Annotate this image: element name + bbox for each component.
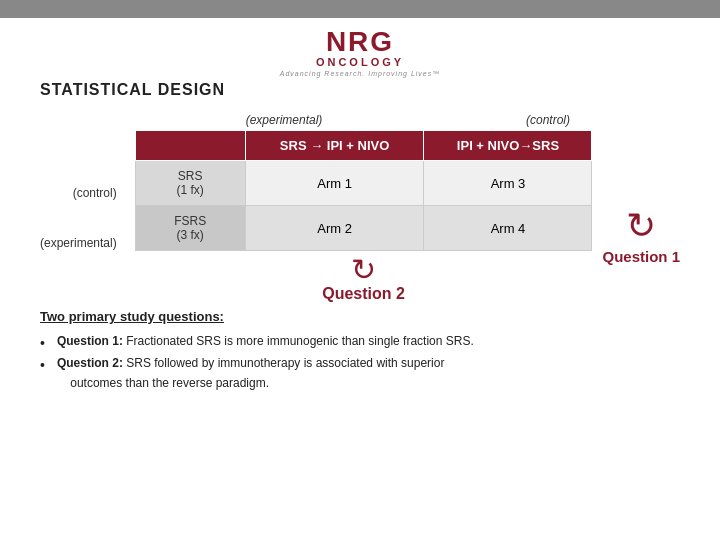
table-header-row: SRS → IPI + NIVO IPI + NIVO→SRS	[135, 131, 592, 161]
header-cell-col1: SRS → IPI + NIVO	[245, 131, 424, 161]
row1-arm1: Arm 1	[245, 161, 424, 206]
header-cell-col2: IPI + NIVO→SRS	[424, 131, 592, 161]
row1-arm2: Arm 3	[424, 161, 592, 206]
row-label-control: (control)	[40, 168, 125, 218]
question2-arrow-icon: ↻	[351, 255, 376, 285]
question2-area: ↻ Question 2	[135, 255, 593, 303]
col-label-experimental: (experimental)	[152, 113, 416, 127]
logo-tagline: Advancing Research. Improving Lives™	[280, 70, 441, 77]
footer-heading: Two primary study questions:	[40, 309, 680, 324]
row1-sublabel: SRS(1 fx)	[135, 161, 245, 206]
bullet-item-1: Question 1: Fractionated SRS is more imm…	[40, 332, 680, 354]
top-bar	[0, 0, 720, 18]
table-row-2: FSRS(3 fx) Arm 2 Arm 4	[135, 206, 592, 251]
row2-arm2: Arm 4	[424, 206, 592, 251]
row2-sublabel: FSRS(3 fx)	[135, 206, 245, 251]
logo-oncology: ONCOLOGY	[316, 56, 404, 68]
logo-area: NRG ONCOLOGY Advancing Research. Improvi…	[0, 18, 720, 81]
bullet-text-1: Question 1: Fractionated SRS is more imm…	[57, 332, 474, 354]
bullet-text-2: Question 2: SRS followed by immunotherap…	[57, 354, 445, 392]
outer-wrapper: (control) (experimental) SRS → IPI + NIV…	[40, 130, 680, 303]
question2-label: Question 2	[322, 285, 405, 303]
bullet-list: Question 1: Fractionated SRS is more imm…	[40, 332, 680, 393]
main-content: STATISTICAL DESIGN (experimental) (contr…	[0, 81, 720, 393]
question1-label: Question 1	[602, 248, 680, 265]
table-row-1: SRS(1 fx) Arm 1 Arm 3	[135, 161, 592, 206]
bullet-item-2: Question 2: SRS followed by immunotherap…	[40, 354, 680, 392]
table-area: SRS → IPI + NIVO IPI + NIVO→SRS SRS(1 fx…	[135, 130, 593, 303]
design-table: SRS → IPI + NIVO IPI + NIVO→SRS SRS(1 fx…	[135, 130, 593, 251]
row2-arm1: Arm 2	[245, 206, 424, 251]
section-title: STATISTICAL DESIGN	[40, 81, 680, 99]
question1-arrow-icon: ↻	[626, 208, 656, 244]
logo-nrg: NRG	[326, 28, 394, 56]
question1-annotation: ↻ Question 1	[602, 130, 680, 265]
col-label-control: (control)	[416, 113, 680, 127]
row-label-experimental: (experimental)	[40, 218, 125, 268]
header-cell-empty	[135, 131, 245, 161]
